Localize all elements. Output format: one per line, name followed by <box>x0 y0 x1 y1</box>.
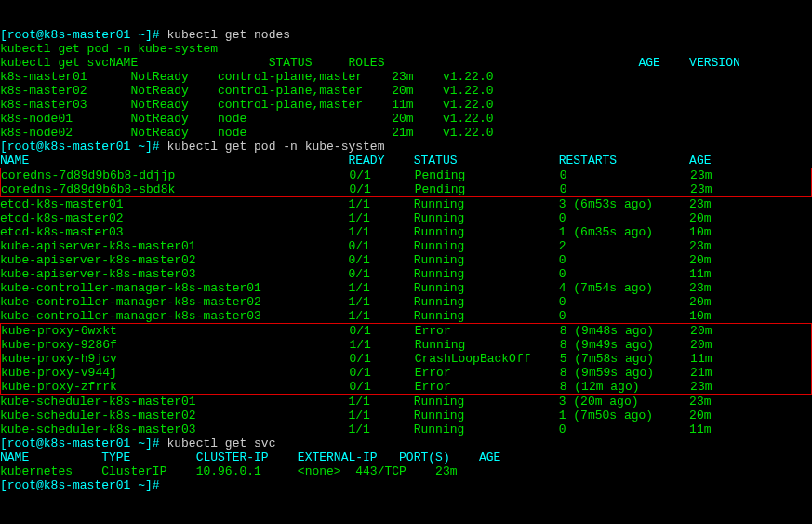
terminal-line: [root@k8s-master01 ~]# kubectl get nodes <box>0 28 812 42</box>
pod-row: kube-apiserver-k8s-master02 0/1 Running … <box>0 253 812 267</box>
pod-row: kube-proxy-h9jcv 0/1 CrashLoopBackOff 5 … <box>1 352 811 366</box>
pod-row: kube-proxy-zfrrk 0/1 Error 8 (12m ago) 2… <box>1 380 811 394</box>
terminal-line: k8s-master03 NotReady control-plane,mast… <box>0 98 812 112</box>
terminal-line: kubectl get pod -n kube-system <box>0 42 812 56</box>
pod-row: kube-proxy-9286f 1/1 Running 8 (9m49s ag… <box>1 338 811 352</box>
terminal-line: kubernetes ClusterIP 10.96.0.1 <none> 44… <box>0 464 812 478</box>
pod-row: kube-scheduler-k8s-master03 1/1 Running … <box>0 423 812 437</box>
pod-row: kube-scheduler-k8s-master02 1/1 Running … <box>0 409 812 423</box>
pod-row: coredns-7d89d9b6b8-sbd8k 0/1 Pending 0 2… <box>1 182 811 196</box>
terminal-line: k8s-node02 NotReady node 21m v1.22.0 <box>0 126 812 140</box>
terminal[interactable]: [root@k8s-master01 ~]# kubectl get nodes… <box>0 28 812 492</box>
pod-row: kube-scheduler-k8s-master01 1/1 Running … <box>0 395 812 409</box>
highlight-box-kubeproxy: kube-proxy-6wxkt 0/1 Error 8 (9m48s ago)… <box>0 323 812 395</box>
pod-row: kube-controller-manager-k8s-master01 1/1… <box>0 281 812 295</box>
pod-row: etcd-k8s-master02 1/1 Running 0 20m <box>0 211 812 225</box>
pod-row: kube-controller-manager-k8s-master02 1/1… <box>0 295 812 309</box>
terminal-line: k8s-master02 NotReady control-plane,mast… <box>0 84 812 98</box>
pod-row: etcd-k8s-master01 1/1 Running 3 (6m53s a… <box>0 197 812 211</box>
terminal-line: [root@k8s-master01 ~]# <box>0 478 812 492</box>
pod-row: kube-controller-manager-k8s-master03 1/1… <box>0 309 812 323</box>
pod-row: etcd-k8s-master03 1/1 Running 1 (6m35s a… <box>0 225 812 239</box>
terminal-line: k8s-node01 NotReady node 20m v1.22.0 <box>0 112 812 126</box>
pod-row: coredns-7d89d9b6b8-ddjjp 0/1 Pending 0 2… <box>1 168 811 182</box>
pod-row: kube-apiserver-k8s-master01 0/1 Running … <box>0 239 812 253</box>
terminal-line: k8s-master01 NotReady control-plane,mast… <box>0 70 812 84</box>
pod-row: kube-proxy-6wxkt 0/1 Error 8 (9m48s ago)… <box>1 324 811 338</box>
terminal-line: NAME TYPE CLUSTER-IP EXTERNAL-IP PORT(S)… <box>0 450 812 464</box>
terminal-line: kubectl get svcNAME STATUS ROLES AGE VER… <box>0 56 812 70</box>
terminal-line: NAME READY STATUS RESTARTS AGE <box>0 154 812 168</box>
highlight-box-coredns: coredns-7d89d9b6b8-ddjjp 0/1 Pending 0 2… <box>0 168 812 197</box>
terminal-line: [root@k8s-master01 ~]# kubectl get svc <box>0 437 812 450</box>
pod-row: kube-apiserver-k8s-master03 0/1 Running … <box>0 267 812 281</box>
terminal-line: [root@k8s-master01 ~]# kubectl get pod -… <box>0 140 812 154</box>
pod-row: kube-proxy-v944j 0/1 Error 8 (9m59s ago)… <box>1 366 811 380</box>
